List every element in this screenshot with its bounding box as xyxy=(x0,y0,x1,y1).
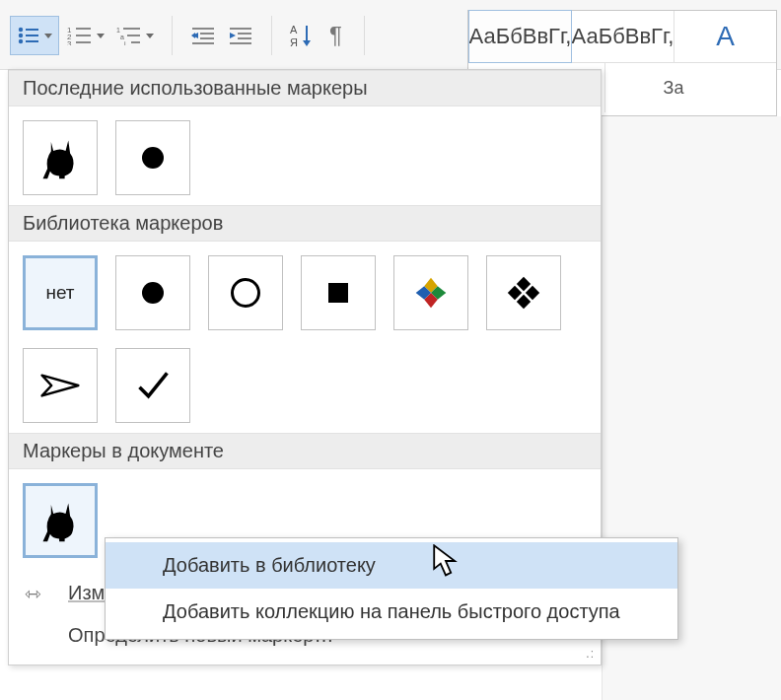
circle-icon xyxy=(231,278,260,308)
svg-marker-40 xyxy=(508,286,522,300)
svg-marker-38 xyxy=(526,286,539,300)
svg-rect-19 xyxy=(200,33,214,35)
four-diamond-icon xyxy=(506,275,541,311)
svg-text:a: a xyxy=(120,34,124,40)
svg-point-0 xyxy=(19,28,23,32)
disc-icon xyxy=(142,147,164,169)
svg-rect-25 xyxy=(238,33,251,35)
svg-marker-41 xyxy=(42,376,79,396)
chevron-down-icon xyxy=(146,34,154,38)
section-recent xyxy=(9,106,601,205)
bullet-tile-square[interactable] xyxy=(301,255,376,330)
svg-point-4 xyxy=(19,39,23,43)
svg-rect-18 xyxy=(192,28,214,30)
double-arrow-icon: ⇿ xyxy=(25,582,41,605)
resize-grip[interactable]: .: xyxy=(586,647,595,661)
check-icon xyxy=(135,368,171,403)
context-menu: Добавить в библиотеку Добавить коллекцию… xyxy=(105,537,678,640)
bullet-list-icon xyxy=(17,26,40,45)
svg-rect-11 xyxy=(76,41,91,43)
svg-text:Я: Я xyxy=(290,36,298,48)
section-header-recent: Последние использованные маркеры xyxy=(9,70,601,106)
bullet-tile-four-color-diamond[interactable] xyxy=(393,255,468,330)
svg-rect-7 xyxy=(76,28,91,30)
svg-rect-17 xyxy=(131,41,140,43)
multilevel-list-split-button[interactable]: 1 a i xyxy=(112,17,158,54)
svg-marker-28 xyxy=(230,33,236,38)
section-library: нет xyxy=(9,242,601,433)
numbered-list-icon: 1 2 3 xyxy=(67,26,93,45)
disc-icon xyxy=(142,282,164,304)
decrease-indent-button[interactable] xyxy=(186,17,220,54)
svg-text:3: 3 xyxy=(67,39,72,45)
sort-button[interactable]: А Я xyxy=(286,17,318,54)
chevron-down-icon xyxy=(97,34,105,38)
decrease-indent-icon xyxy=(190,26,216,45)
bullets-split-button[interactable] xyxy=(10,16,59,55)
svg-text:1: 1 xyxy=(116,27,120,34)
svg-marker-37 xyxy=(517,277,531,291)
svg-rect-15 xyxy=(127,35,140,36)
separator xyxy=(364,16,365,55)
bullet-tile-check[interactable] xyxy=(115,348,190,423)
style-preview-heading[interactable]: А xyxy=(674,11,776,63)
multilevel-list-icon: 1 a i xyxy=(116,26,142,45)
bullet-tile-cat-selected[interactable] xyxy=(23,483,98,558)
bullet-tile-disc[interactable] xyxy=(115,255,190,330)
separator xyxy=(172,16,173,55)
style-preview-nospacing[interactable]: АаБбВвГг, xyxy=(572,11,674,63)
increase-indent-icon xyxy=(228,26,253,45)
svg-text:А: А xyxy=(290,24,298,35)
svg-rect-21 xyxy=(192,42,214,44)
sort-icon: А Я xyxy=(290,23,314,48)
chevron-down-icon xyxy=(44,34,52,38)
bullet-tile-arrow[interactable] xyxy=(23,348,98,423)
separator xyxy=(271,16,272,55)
svg-rect-26 xyxy=(238,37,251,39)
bullet-tile-cat[interactable] xyxy=(23,120,98,195)
cat-icon xyxy=(37,498,83,543)
svg-rect-5 xyxy=(26,40,38,42)
arrow-icon xyxy=(40,371,80,400)
svg-rect-24 xyxy=(230,28,251,30)
svg-rect-9 xyxy=(76,35,91,36)
cat-icon xyxy=(37,135,83,180)
pilcrow-icon: ¶ xyxy=(329,22,342,49)
show-paragraph-marks-button[interactable]: ¶ xyxy=(321,17,350,54)
svg-text:i: i xyxy=(124,40,126,45)
numbering-split-button[interactable]: 1 2 3 xyxy=(63,17,108,54)
square-icon xyxy=(328,283,348,303)
style-preview-normal[interactable]: АаБбВвГг, xyxy=(468,10,572,63)
ctx-add-to-qat[interactable]: Добавить коллекцию на панель быстрого до… xyxy=(106,589,677,635)
bullet-tile-none[interactable]: нет xyxy=(23,255,98,330)
svg-rect-3 xyxy=(26,35,38,36)
none-label: нет xyxy=(45,282,74,304)
svg-rect-13 xyxy=(123,28,140,30)
svg-rect-27 xyxy=(230,42,251,44)
bullet-tile-four-diamond[interactable] xyxy=(486,255,561,330)
ctx-add-to-library[interactable]: Добавить в библиотеку xyxy=(106,542,677,589)
bullet-tile-disc[interactable] xyxy=(115,120,190,195)
svg-rect-20 xyxy=(200,37,214,39)
increase-indent-button[interactable] xyxy=(224,17,257,54)
style-caption-heading[interactable]: За xyxy=(605,63,742,112)
svg-marker-39 xyxy=(517,295,531,309)
four-diamond-color-icon xyxy=(414,276,448,310)
section-header-library: Библиотека маркеров xyxy=(9,205,601,242)
svg-rect-1 xyxy=(26,29,38,31)
svg-marker-32 xyxy=(303,40,311,46)
bullet-tile-circle[interactable] xyxy=(208,255,283,330)
svg-point-2 xyxy=(19,34,23,37)
section-header-document: Маркеры в документе xyxy=(9,433,601,469)
